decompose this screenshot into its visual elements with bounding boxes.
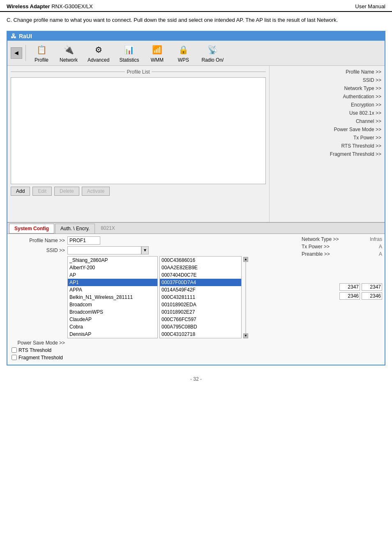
rts-value-input[interactable] [339,283,360,291]
ssid-list-item[interactable]: BroadcomWPS [68,308,157,316]
mac-list-item: 0007404D0C7E [160,271,241,279]
toolbar-advanced[interactable]: ⚙ Advanced [83,42,113,64]
ssid-list-item[interactable]: Belkin_N1_Wireless_281111 [68,294,157,301]
statistics-icon: 📊 [122,43,136,56]
mac-list-item: 000C766FC597 [160,316,241,323]
page-footer: - 32 - [0,368,392,390]
raui-window: 🖧 RaUI ◄ 📋 Profile 🔌 Network ⚙ Advanced … [7,31,385,365]
info-rts-threshold: RTS Threshold >> [273,143,381,149]
config-left: Profile Name >> SSID >> ▼ _Shiang_2860AP… [10,236,298,362]
info-encryption: Encryption >> [273,102,381,108]
ssid-mac-container: _Shiang_2860APAlbertY-200APAP1APPABelkin… [67,256,298,338]
config-tx-power-label: Tx Power >> [302,244,330,250]
ssid-list-item[interactable]: AP1 [68,279,157,286]
ssid-dropdown-button[interactable]: ▼ [141,246,149,254]
intro-text: C. Change profile name to what you want … [0,12,392,28]
info-power-save: Power Save Mode >> [273,127,381,132]
mac-list-item: 000A795C08BD [160,323,241,331]
tab-system-config[interactable]: System Config [9,224,54,234]
back-button[interactable]: ◄ [11,47,22,59]
profile-buttons: Add Edit Delete Activate [11,187,266,196]
config-preamble-value: A [379,251,382,257]
info-tx-power-label: Tx Power >> [353,135,381,141]
ssid-list-item[interactable]: APPA [68,286,157,294]
config-right: Network Type >> Infras Tx Power >> A Pre… [300,236,382,362]
ssid-list[interactable]: _Shiang_2860APAlbertY-200APAP1APPABelkin… [67,256,158,338]
profile-info-panel: Profile Name >> SSID >> Network Type >> … [270,66,385,222]
info-fragment-label: Fragment Threshold >> [330,151,381,157]
ssid-list-item[interactable]: _Shiang_2860AP [68,257,157,264]
config-power-save-row: Power Save Mode >> [10,340,298,346]
fragment-threshold-inputs [302,292,382,300]
mac-list-item: 000C43102718 [160,331,241,338]
toolbar-network[interactable]: 🔌 Network [55,42,82,64]
toolbar-divider-1 [25,45,26,61]
tab-8021x[interactable]: 8021X [96,223,120,234]
profile-name-input[interactable] [67,236,100,245]
toolbar-wps[interactable]: 🔒 WPS [171,42,196,64]
profile-list-box[interactable] [11,77,266,184]
config-network-type-label: Network Type >> [302,236,339,242]
info-fragment-threshold: Fragment Threshold >> [273,151,381,157]
info-auth-label: Authentication >> [343,94,381,99]
info-8021x-label: Use 802.1x >> [349,110,381,116]
rts-checkbox[interactable] [12,347,17,353]
scroll-down-button[interactable]: ▼ [243,333,248,338]
rts-value-display[interactable] [362,283,382,291]
mac-list-item: 00037F00D7A4 [160,279,241,286]
info-network-type: Network Type >> [273,86,381,91]
doc-type: User Manual [355,3,385,9]
mac-list-item: 000C43281111 [160,294,241,301]
info-tx-power: Tx Power >> [273,135,381,141]
info-ssid-label: SSID >> [363,77,381,83]
toolbar-wmm[interactable]: 📶 WMM [145,42,169,64]
ssid-list-item[interactable]: AP [68,271,157,279]
ssid-input[interactable] [67,246,141,254]
raui-icon: 🖧 [11,33,16,39]
ssid-list-item[interactable]: Broadcom [68,301,157,308]
activate-button[interactable]: Activate [82,187,110,196]
config-fragment-row: Fragment Threshold [10,355,298,361]
radio-icon: 📡 [206,43,219,56]
info-profile-name-label: Profile Name >> [346,69,381,75]
info-8021x: Use 802.1x >> [273,110,381,116]
advanced-icon: ⚙ [92,43,105,56]
ssid-list-item[interactable]: AlbertY-200 [68,264,157,271]
info-power-save-label: Power Save Mode >> [334,127,381,132]
add-button[interactable]: Add [11,187,30,196]
raui-main-content: Profile List Add Edit Delete Activate Pr… [7,66,385,222]
ssid-list-item[interactable]: Fiona-Ap [68,338,157,338]
edit-button[interactable]: Edit [32,187,52,196]
toolbar-profile[interactable]: 📋 Profile [29,42,54,64]
profile-label: Profile [35,57,48,63]
fragment-checkbox[interactable] [12,355,17,360]
delete-button[interactable]: Delete [54,187,79,196]
scroll-up-button[interactable]: ▲ [243,257,248,262]
ssid-list-item[interactable]: DennisAP [68,331,157,338]
ssid-list-item[interactable]: ClaudeAP [68,316,157,323]
info-channel: Channel >> [273,118,381,124]
ssid-list-item[interactable]: Cobra [68,323,157,331]
network-icon: 🔌 [62,43,75,56]
raui-toolbar: ◄ 📋 Profile 🔌 Network ⚙ Advanced 📊 Stati… [7,41,385,66]
profile-list-panel: Profile List Add Edit Delete Activate [7,66,270,222]
scroll-track [245,262,246,333]
wps-label: WPS [178,57,189,63]
config-network-type-row: Network Type >> Infras [302,236,382,242]
fragment-value-display[interactable] [362,292,382,300]
rts-threshold-inputs [302,283,382,291]
fragment-value-input[interactable] [339,292,360,300]
config-content: Profile Name >> SSID >> ▼ _Shiang_2860AP… [7,234,385,365]
config-profile-name-label: Profile Name >> [10,238,67,243]
rts-threshold-label: RTS Threshold [18,347,51,353]
fragment-threshold-label: Fragment Threshold [18,355,63,361]
radio-label: Radio On/ [201,57,224,63]
mac-scrollbar: ▲ ▼ [243,256,248,338]
product-model: RNX-G300EX/LX [51,3,92,9]
config-preamble-label: Preamble >> [302,251,330,257]
toolbar-radio[interactable]: 📡 Radio On/ [197,42,228,64]
wmm-label: WMM [151,57,164,63]
toolbar-statistics[interactable]: 📊 Statistics [115,42,143,64]
info-rts-label: RTS Threshold >> [341,143,381,149]
tab-auth-encry[interactable]: Auth. \ Encry. [55,224,95,234]
